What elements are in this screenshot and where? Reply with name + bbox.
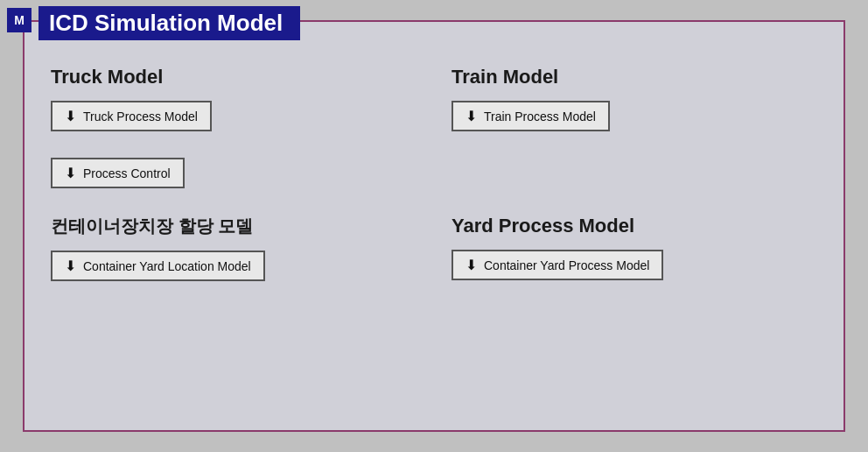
- truck-section: Truck Model ⬇ Truck Process Model ⬇ Proc…: [51, 66, 434, 188]
- yard-process-section: Yard Process Model ⬇ Container Yard Proc…: [434, 215, 817, 281]
- truck-process-model-label: Truck Process Model: [83, 109, 198, 124]
- container-yard-section: 컨테이너장치장 할당 모델 ⬇ Container Yard Location …: [51, 215, 434, 281]
- yard-process-model-title: Yard Process Model: [452, 215, 817, 237]
- m-label: M: [14, 13, 24, 27]
- process-control-button[interactable]: ⬇ Process Control: [51, 158, 185, 188]
- title-bar: ICD Simulation Model: [38, 6, 300, 40]
- train-section: Train Model ⬇ Train Process Model: [434, 66, 817, 188]
- process-control-arrow-icon: ⬇: [65, 165, 76, 181]
- top-row: Truck Model ⬇ Truck Process Model ⬇ Proc…: [51, 66, 817, 188]
- truck-process-model-button[interactable]: ⬇ Truck Process Model: [51, 101, 212, 131]
- process-control-section: ⬇ Process Control: [51, 158, 416, 188]
- train-process-model-button[interactable]: ⬇ Train Process Model: [452, 101, 610, 131]
- process-control-label: Process Control: [83, 166, 171, 180]
- container-yard-process-button[interactable]: ⬇ Container Yard Process Model: [452, 250, 663, 280]
- container-yard-location-button[interactable]: ⬇ Container Yard Location Model: [51, 251, 265, 281]
- container-yard-process-label: Container Yard Process Model: [484, 258, 649, 272]
- container-yard-title: 컨테이너장치장 할당 모델: [51, 215, 416, 238]
- train-model-title: Train Model: [452, 66, 817, 88]
- train-arrow-icon: ⬇: [466, 108, 477, 124]
- bottom-row: 컨테이너장치장 할당 모델 ⬇ Container Yard Location …: [51, 215, 817, 281]
- train-process-model-label: Train Process Model: [484, 109, 596, 124]
- main-container: M ICD Simulation Model Truck Model ⬇ Tru…: [23, 20, 845, 432]
- m-block: M: [7, 8, 32, 32]
- truck-model-title: Truck Model: [51, 66, 416, 88]
- container-yard-process-arrow-icon: ⬇: [466, 257, 477, 273]
- page-title: ICD Simulation Model: [49, 10, 283, 36]
- container-yard-location-arrow-icon: ⬇: [65, 258, 76, 274]
- container-yard-location-label: Container Yard Location Model: [83, 259, 251, 273]
- truck-arrow-icon: ⬇: [65, 108, 76, 124]
- truck-model-group: Truck Model ⬇ Truck Process Model: [51, 66, 416, 131]
